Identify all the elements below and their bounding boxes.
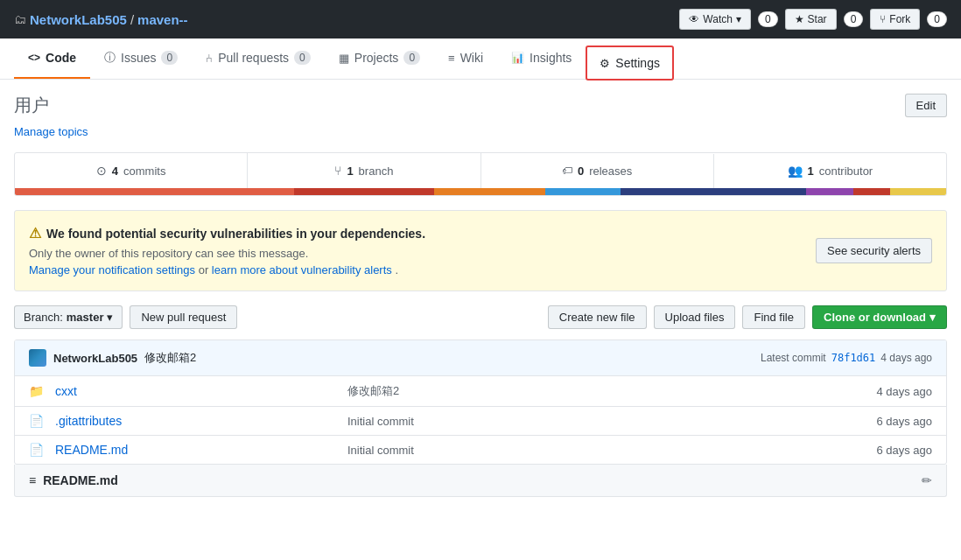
color-segment-1 — [15, 188, 294, 195]
branch-stat[interactable]: ⑂ 1 branch — [248, 153, 480, 188]
readme-md-link[interactable]: README.md — [55, 443, 128, 457]
alert-title: ⚠ We found potential security vulnerabil… — [29, 225, 802, 242]
contributors-count: 1 — [808, 164, 814, 178]
tab-issues-label: Issues — [121, 51, 156, 65]
upload-files-button[interactable]: Upload files — [654, 305, 736, 329]
color-segment-6 — [806, 188, 852, 195]
branch-selector-button[interactable]: Branch: master ▾ — [14, 305, 123, 329]
alert-link-separator: or — [199, 263, 212, 276]
tab-pull-requests[interactable]: ⑃ Pull requests 0 — [192, 38, 325, 79]
repo-nav: <> Code ⓘ Issues 0 ⑃ Pull requests 0 ▦ P… — [0, 38, 961, 80]
tab-insights-label: Insights — [530, 51, 572, 65]
star-button[interactable]: ★ Star — [785, 9, 837, 30]
repo-description-row: 用户 Edit — [14, 94, 947, 117]
releases-count: 0 — [578, 164, 584, 178]
branch-count: 1 — [347, 164, 353, 178]
commit-hash-link[interactable]: 78f1d61 — [831, 352, 876, 364]
repo-link[interactable]: maven-- — [137, 12, 188, 27]
color-segment-5 — [621, 188, 807, 195]
commit-message-link[interactable]: 修改邮箱2 — [144, 350, 196, 366]
folder-icon: 📁 — [29, 384, 46, 398]
file-icon: 📄 — [29, 414, 46, 428]
people-icon: 👥 — [788, 164, 803, 178]
star-icon: ★ — [795, 13, 804, 25]
commit-author-link[interactable]: NetworkLab505 — [53, 352, 137, 365]
find-file-button[interactable]: Find file — [742, 305, 805, 329]
branch-toolbar: Branch: master ▾ New pull request Create… — [14, 305, 947, 329]
file-name-cell: .gitattributes — [55, 414, 347, 428]
pr-count-badge: 0 — [294, 51, 311, 65]
code-icon: <> — [28, 52, 40, 64]
pr-icon: ⑃ — [206, 52, 213, 65]
contributors-stat[interactable]: 👥 1 contributor — [714, 153, 946, 188]
tab-projects-label: Projects — [354, 51, 399, 65]
readme-header: ≡ README.md ✏ — [14, 465, 947, 497]
fork-label: Fork — [889, 13, 910, 25]
manage-topics-link[interactable]: Manage topics — [14, 125, 88, 138]
color-segment-8 — [890, 188, 946, 195]
header-actions: 👁 Watch ▾ 0 ★ Star 0 ⑂ Fork 0 — [679, 9, 947, 30]
edit-button[interactable]: Edit — [905, 94, 947, 117]
tab-settings[interactable]: ⚙ Settings — [586, 46, 674, 80]
settings-icon: ⚙ — [600, 57, 610, 70]
alert-content: ⚠ We found potential security vulnerabil… — [29, 225, 802, 276]
alert-link-period: . — [395, 263, 398, 276]
repo-description-text: 用户 — [14, 94, 49, 117]
commits-icon: ⊙ — [96, 164, 107, 178]
page-header: 🗂 NetworkLab505 / maven-- 👁 Watch ▾ 0 ★ … — [0, 0, 961, 38]
new-pull-request-button[interactable]: New pull request — [130, 305, 237, 329]
fork-icon: ⑂ — [880, 13, 886, 25]
see-security-alerts-button[interactable]: See security alerts — [816, 238, 932, 263]
branch-left-group: Branch: master ▾ New pull request — [14, 305, 237, 329]
chevron-down-icon: ▾ — [107, 311, 113, 324]
tab-issues[interactable]: ⓘ Issues 0 — [90, 38, 192, 79]
branch-icon: ⑂ — [334, 164, 341, 178]
chevron-down-icon: ▾ — [736, 13, 741, 25]
watch-count-badge: 0 — [758, 11, 778, 27]
gitattributes-link[interactable]: .gitattributes — [55, 414, 122, 428]
clone-or-download-button[interactable]: Clone or download ▾ — [812, 305, 947, 329]
tab-insights[interactable]: 📊 Insights — [497, 38, 586, 79]
commit-time: 4 days ago — [880, 352, 932, 364]
file-name-cell: README.md — [55, 443, 347, 457]
org-link[interactable]: NetworkLab505 — [30, 12, 127, 27]
alert-links-row: Manage your notification settings or lea… — [29, 263, 802, 276]
commits-stat[interactable]: ⊙ 4 commits — [15, 153, 248, 188]
tab-projects[interactable]: ▦ Projects 0 — [325, 38, 434, 79]
commits-label: commits — [123, 164, 165, 178]
security-alert-box: ⚠ We found potential security vulnerabil… — [14, 210, 947, 291]
file-name-cell: cxxt — [55, 384, 347, 398]
tab-wiki[interactable]: ≡ Wiki — [434, 38, 497, 79]
fork-button[interactable]: ⑂ Fork — [870, 9, 920, 30]
tab-wiki-label: Wiki — [460, 51, 483, 65]
file-commit-cell: Initial commit — [347, 444, 786, 457]
clone-chevron-icon: ▾ — [929, 311, 936, 324]
alert-title-text: We found potential security vulnerabilit… — [46, 227, 425, 241]
color-segment-7 — [853, 188, 891, 195]
releases-stat[interactable]: 🏷 0 releases — [481, 154, 714, 188]
insights-icon: 📊 — [511, 52, 524, 64]
file-time-cell: 6 days ago — [786, 444, 932, 457]
fork-count-badge: 0 — [927, 11, 947, 27]
star-count-badge: 0 — [844, 11, 864, 27]
notification-settings-link[interactable]: Manage your notification settings — [29, 263, 195, 276]
wiki-icon: ≡ — [448, 52, 455, 65]
star-label: Star — [808, 13, 827, 25]
color-segment-3 — [434, 188, 546, 195]
tab-pr-label: Pull requests — [218, 51, 289, 65]
commit-left: NetworkLab505 修改邮箱2 — [29, 349, 196, 367]
tab-code-label: Code — [46, 51, 76, 65]
watch-label: Watch — [703, 13, 733, 25]
tab-code[interactable]: <> Code — [14, 38, 90, 79]
cxxt-folder-link[interactable]: cxxt — [55, 384, 77, 398]
separator: / — [130, 12, 134, 27]
clone-label: Clone or download — [824, 311, 926, 324]
watch-button[interactable]: 👁 Watch ▾ — [679, 9, 751, 30]
edit-readme-icon[interactable]: ✏ — [922, 473, 932, 487]
create-new-file-button[interactable]: Create new file — [548, 305, 647, 329]
language-color-bar — [15, 188, 946, 195]
file-commit-cell: Initial commit — [347, 415, 786, 428]
tab-settings-label: Settings — [615, 56, 660, 70]
vulnerability-alerts-link[interactable]: learn more about vulnerability alerts — [212, 263, 392, 276]
readme-title-row: ≡ README.md — [29, 473, 118, 487]
